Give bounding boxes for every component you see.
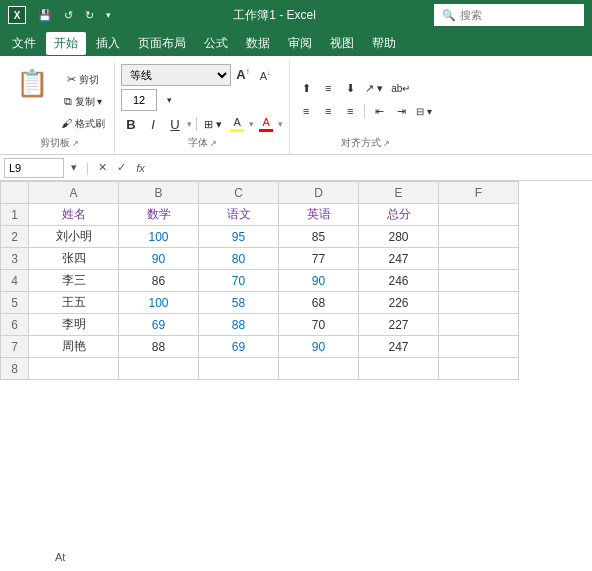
cell[interactable]: 280: [359, 226, 439, 248]
menu-home[interactable]: 开始: [46, 32, 86, 55]
row-num-1[interactable]: 1: [1, 204, 29, 226]
cell[interactable]: 100: [119, 292, 199, 314]
cell[interactable]: 70: [199, 270, 279, 292]
cell-reference-box[interactable]: L9: [4, 158, 64, 178]
cell[interactable]: 英语: [279, 204, 359, 226]
font-size-dropdown[interactable]: ▾: [159, 90, 179, 110]
cell[interactable]: [439, 248, 519, 270]
cell[interactable]: 68: [279, 292, 359, 314]
align-bottom-button[interactable]: ⬇: [340, 78, 360, 98]
merge-button[interactable]: ⊟ ▾: [413, 101, 435, 121]
cell[interactable]: [439, 226, 519, 248]
cell[interactable]: 88: [199, 314, 279, 336]
cell[interactable]: 86: [119, 270, 199, 292]
cell[interactable]: 90: [279, 336, 359, 358]
cell[interactable]: 247: [359, 336, 439, 358]
cell[interactable]: [359, 358, 439, 380]
clipboard-expand-icon[interactable]: ↗: [72, 139, 79, 148]
row-num-5[interactable]: 5: [1, 292, 29, 314]
underline-dropdown[interactable]: ▾: [187, 119, 192, 129]
insert-function-button[interactable]: fx: [133, 162, 148, 174]
align-right-button[interactable]: ≡: [340, 101, 360, 121]
copy-button[interactable]: ⧉ 复制 ▾: [58, 92, 108, 112]
cell[interactable]: 90: [119, 248, 199, 270]
paste-button[interactable]: 📋: [10, 66, 54, 100]
format-painter-button[interactable]: 🖌 格式刷: [58, 114, 108, 134]
cell[interactable]: 王五: [29, 292, 119, 314]
cell[interactable]: 语文: [199, 204, 279, 226]
row-num-2[interactable]: 2: [1, 226, 29, 248]
decrease-indent-button[interactable]: ⇤: [369, 101, 389, 121]
cell[interactable]: 80: [199, 248, 279, 270]
cell[interactable]: 数学: [119, 204, 199, 226]
cell[interactable]: [439, 358, 519, 380]
col-header-b[interactable]: B: [119, 182, 199, 204]
col-header-a[interactable]: A: [29, 182, 119, 204]
customize-button[interactable]: ▾: [102, 8, 115, 22]
fill-dropdown[interactable]: ▾: [249, 119, 254, 129]
border-button[interactable]: ⊞ ▾: [201, 114, 225, 134]
wrap-text-button[interactable]: ab↵: [388, 78, 413, 98]
cell[interactable]: [439, 270, 519, 292]
search-box[interactable]: 🔍: [434, 4, 584, 26]
col-header-e[interactable]: E: [359, 182, 439, 204]
cell[interactable]: 227: [359, 314, 439, 336]
undo-button[interactable]: ↺: [60, 7, 77, 24]
font-color-button[interactable]: A: [256, 114, 276, 134]
cell[interactable]: [279, 358, 359, 380]
menu-formula[interactable]: 公式: [196, 32, 236, 55]
cell[interactable]: 95: [199, 226, 279, 248]
row-num-8[interactable]: 8: [1, 358, 29, 380]
row-num-3[interactable]: 3: [1, 248, 29, 270]
menu-page-layout[interactable]: 页面布局: [130, 32, 194, 55]
cell[interactable]: [439, 292, 519, 314]
align-center-button[interactable]: ≡: [318, 101, 338, 121]
cell[interactable]: [439, 314, 519, 336]
menu-insert[interactable]: 插入: [88, 32, 128, 55]
cell[interactable]: 70: [279, 314, 359, 336]
cell[interactable]: 90: [279, 270, 359, 292]
col-header-c[interactable]: C: [199, 182, 279, 204]
menu-review[interactable]: 审阅: [280, 32, 320, 55]
font-selector[interactable]: 等线: [121, 64, 231, 86]
menu-file[interactable]: 文件: [4, 32, 44, 55]
cell[interactable]: 69: [119, 314, 199, 336]
fill-color-button[interactable]: A: [227, 114, 247, 134]
cell[interactable]: 张四: [29, 248, 119, 270]
confirm-formula-button[interactable]: ✓: [114, 161, 129, 174]
cell[interactable]: 85: [279, 226, 359, 248]
cell[interactable]: [439, 336, 519, 358]
font-expand-icon[interactable]: ↗: [210, 139, 217, 148]
menu-help[interactable]: 帮助: [364, 32, 404, 55]
menu-view[interactable]: 视图: [322, 32, 362, 55]
font-size-input[interactable]: [121, 89, 157, 111]
spreadsheet-container[interactable]: A B C D E F 1姓名数学语文英语总分2刘小明10095852803张四…: [0, 181, 592, 571]
cell[interactable]: 247: [359, 248, 439, 270]
font-color-dropdown[interactable]: ▾: [278, 119, 283, 129]
row-num-7[interactable]: 7: [1, 336, 29, 358]
underline-button[interactable]: U: [165, 114, 185, 134]
col-header-d[interactable]: D: [279, 182, 359, 204]
cell[interactable]: 58: [199, 292, 279, 314]
cell[interactable]: 周艳: [29, 336, 119, 358]
cell[interactable]: [119, 358, 199, 380]
cell[interactable]: [29, 358, 119, 380]
decrease-font-button[interactable]: A↓: [255, 65, 275, 85]
cell[interactable]: 88: [119, 336, 199, 358]
cancel-formula-button[interactable]: ✕: [95, 161, 110, 174]
cell[interactable]: 77: [279, 248, 359, 270]
align-middle-button[interactable]: ≡: [318, 78, 338, 98]
col-header-f[interactable]: F: [439, 182, 519, 204]
align-expand-icon[interactable]: ↗: [383, 139, 390, 148]
cell[interactable]: [199, 358, 279, 380]
formula-bar-dropdown[interactable]: ▾: [68, 161, 80, 174]
bold-button[interactable]: B: [121, 114, 141, 134]
italic-button[interactable]: I: [143, 114, 163, 134]
cut-button[interactable]: ✂ 剪切: [58, 70, 108, 90]
cell[interactable]: 李明: [29, 314, 119, 336]
formula-input[interactable]: [152, 158, 588, 178]
align-top-button[interactable]: ⬆: [296, 78, 316, 98]
row-num-6[interactable]: 6: [1, 314, 29, 336]
cell[interactable]: 李三: [29, 270, 119, 292]
save-button[interactable]: 💾: [34, 7, 56, 24]
